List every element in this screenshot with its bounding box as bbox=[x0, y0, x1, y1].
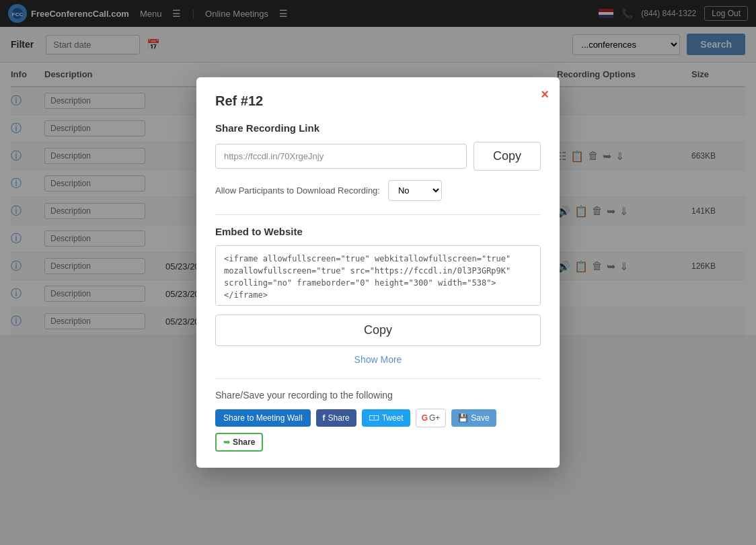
copy-embed-button[interactable]: Copy bbox=[215, 315, 541, 335]
modal-overlay[interactable]: × Ref #12 Share Recording Link Copy Allo… bbox=[0, 0, 756, 335]
allow-download-row: Allow Participants to Download Recording… bbox=[215, 180, 541, 201]
section-divider bbox=[215, 214, 541, 215]
share-link-input[interactable] bbox=[215, 144, 467, 169]
copy-link-button[interactable]: Copy bbox=[474, 142, 541, 171]
modal-close-button[interactable]: × bbox=[541, 87, 549, 102]
embed-label: Embed to Website bbox=[215, 226, 541, 237]
share-modal: × Ref #12 Share Recording Link Copy Allo… bbox=[196, 77, 560, 335]
share-link-label: Share Recording Link bbox=[215, 122, 541, 134]
share-link-row: Copy bbox=[215, 142, 541, 171]
modal-title: Ref #12 bbox=[215, 93, 541, 109]
allow-download-select[interactable]: No Yes bbox=[388, 180, 442, 201]
allow-download-label: Allow Participants to Download Recording… bbox=[215, 185, 380, 196]
embed-code-textarea[interactable]: <iframe allowfullscreen="true" webkitall… bbox=[215, 245, 541, 306]
